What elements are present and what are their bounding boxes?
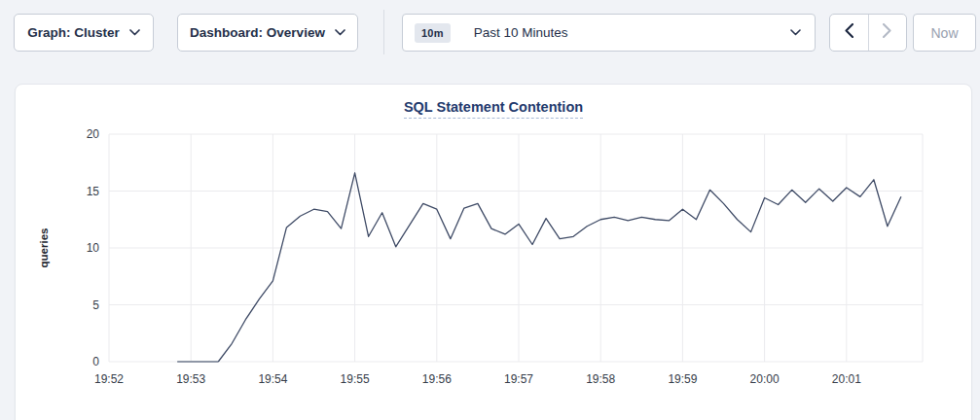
y-axis-label: queries: [38, 228, 50, 268]
svg-text:20:00: 20:00: [750, 372, 780, 386]
y-axis-tick-labels: 05101520: [87, 127, 100, 368]
svg-text:19:56: 19:56: [422, 372, 452, 386]
svg-text:19:55: 19:55: [341, 372, 370, 386]
svg-text:19:54: 19:54: [258, 372, 287, 386]
chart-title-row: SQL Statement Contention: [16, 98, 971, 119]
time-range-badge: 10m: [415, 23, 451, 43]
graph-selector-label: Graph: Cluster: [27, 25, 120, 40]
svg-text:0: 0: [92, 355, 99, 368]
graph-selector-dropdown[interactable]: Graph: Cluster: [14, 14, 154, 52]
now-button[interactable]: Now: [913, 14, 976, 52]
svg-text:10: 10: [87, 241, 100, 255]
svg-text:19:53: 19:53: [176, 372, 205, 386]
x-axis-tick-labels: 19:5219:5319:5419:5519:5619:5719:5819:59…: [94, 372, 861, 386]
time-prev-button[interactable]: [830, 15, 868, 51]
metrics-dashboard: Graph: Cluster Dashboard: Overview 10m P…: [0, 0, 980, 420]
dashboard-selector-label: Dashboard: Overview: [190, 25, 325, 40]
toolbar-divider: [383, 10, 384, 54]
chevron-left-icon: [845, 23, 853, 42]
chevron-down-icon: [129, 29, 140, 36]
series-line: [218, 173, 901, 362]
now-button-label: Now: [930, 25, 958, 41]
chevron-right-icon: [883, 23, 891, 42]
svg-text:20:01: 20:01: [832, 372, 861, 386]
time-range-selector[interactable]: 10m Past 10 Minutes: [402, 14, 816, 52]
svg-text:15: 15: [87, 185, 100, 198]
chart-title-link[interactable]: SQL Statement Contention: [404, 99, 583, 119]
svg-text:5: 5: [92, 298, 99, 312]
time-next-button[interactable]: [868, 15, 907, 51]
svg-text:19:58: 19:58: [586, 372, 615, 386]
chevron-down-icon: [335, 29, 345, 36]
svg-text:19:59: 19:59: [668, 372, 697, 386]
chart-gridlines: [109, 134, 923, 362]
sql-contention-chart[interactable]: 0510152019:5219:5319:5419:5519:5619:5719…: [16, 120, 973, 420]
time-range-label: Past 10 Minutes: [474, 25, 780, 40]
svg-text:20: 20: [87, 127, 100, 141]
dashboard-selector-dropdown[interactable]: Dashboard: Overview: [177, 14, 358, 52]
svg-text:19:57: 19:57: [504, 372, 533, 386]
chevron-down-icon: [790, 29, 801, 36]
chart-card: SQL Statement Contention 0510152019:5219…: [15, 84, 972, 420]
svg-text:19:52: 19:52: [94, 372, 124, 386]
time-window-arrows: [829, 14, 907, 52]
